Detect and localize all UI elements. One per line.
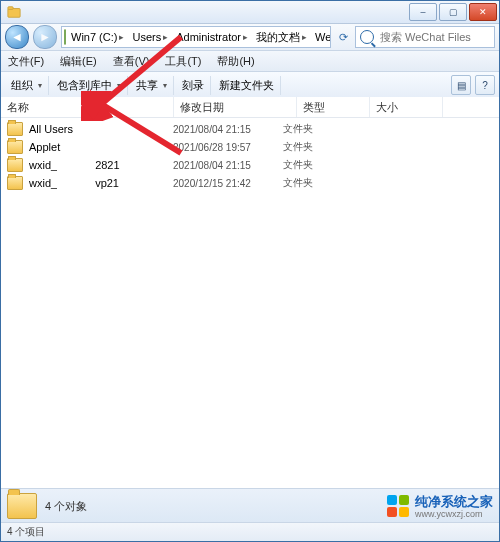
breadcrumb-segment[interactable]: 我的文档▸ bbox=[253, 30, 312, 45]
column-headers: 名称 修改日期 类型 大小 bbox=[1, 97, 499, 118]
status-text: 4 个项目 bbox=[7, 525, 45, 539]
folder-icon bbox=[7, 158, 23, 172]
details-summary: 4 个对象 bbox=[45, 499, 87, 514]
back-button[interactable]: ◄ bbox=[5, 25, 29, 49]
folder-icon bbox=[7, 140, 23, 154]
organize-button[interactable]: 组织▾ bbox=[5, 76, 49, 95]
share-button[interactable]: 共享▾ bbox=[130, 76, 174, 95]
file-type: 文件夹 bbox=[283, 140, 343, 154]
folder-icon bbox=[7, 493, 37, 519]
file-name: All Users bbox=[29, 123, 173, 135]
status-bar: 4 个项目 bbox=[1, 522, 499, 541]
breadcrumb[interactable]: Win7 (C:)▸ Users▸ Administrator▸ 我的文档▸ W… bbox=[61, 26, 331, 48]
col-name[interactable]: 名称 bbox=[1, 97, 174, 117]
drive-icon bbox=[64, 29, 66, 45]
file-name: wxid_vp21 bbox=[29, 177, 173, 189]
breadcrumb-segment[interactable]: Win7 (C:)▸ bbox=[68, 31, 129, 43]
explorer-window: – ▢ ✕ ◄ ► Win7 (C:)▸ Users▸ Administrato… bbox=[0, 0, 500, 542]
watermark-url: www.ycwxzj.com bbox=[415, 509, 493, 519]
search-icon bbox=[360, 30, 374, 44]
menu-view[interactable]: 查看(V) bbox=[110, 53, 153, 70]
menu-file[interactable]: 文件(F) bbox=[5, 53, 47, 70]
file-date: 2021/06/28 19:57 bbox=[173, 142, 283, 153]
burn-button[interactable]: 刻录 bbox=[176, 76, 211, 95]
title-bar: – ▢ ✕ bbox=[1, 1, 499, 24]
watermark-logo-icon bbox=[387, 495, 409, 517]
folder-icon bbox=[7, 122, 23, 136]
menu-tools[interactable]: 工具(T) bbox=[162, 53, 204, 70]
folder-icon bbox=[7, 176, 23, 190]
include-in-library-button[interactable]: 包含到库中▾ bbox=[51, 76, 128, 95]
col-date[interactable]: 修改日期 bbox=[174, 97, 297, 117]
file-type: 文件夹 bbox=[283, 122, 343, 136]
folder-row[interactable]: All Users2021/08/04 21:15文件夹 bbox=[1, 120, 499, 138]
file-date: 2021/08/04 21:15 bbox=[173, 160, 283, 171]
help-button[interactable]: ? bbox=[475, 75, 495, 95]
app-icon bbox=[7, 5, 21, 19]
file-type: 文件夹 bbox=[283, 176, 343, 190]
view-options-button[interactable]: ▤ bbox=[451, 75, 471, 95]
maximize-button[interactable]: ▢ bbox=[439, 3, 467, 21]
file-date: 2020/12/15 21:42 bbox=[173, 178, 283, 189]
col-type[interactable]: 类型 bbox=[297, 97, 370, 117]
svg-rect-1 bbox=[8, 7, 13, 10]
menu-edit[interactable]: 编辑(E) bbox=[57, 53, 100, 70]
minimize-button[interactable]: – bbox=[409, 3, 437, 21]
folder-row[interactable]: Applet2021/06/28 19:57文件夹 bbox=[1, 138, 499, 156]
close-button[interactable]: ✕ bbox=[469, 3, 497, 21]
menu-bar: 文件(F) 编辑(E) 查看(V) 工具(T) 帮助(H) bbox=[1, 51, 499, 72]
search-box[interactable] bbox=[355, 26, 495, 48]
breadcrumb-segment[interactable]: Users▸ bbox=[129, 31, 173, 43]
menu-help[interactable]: 帮助(H) bbox=[214, 53, 257, 70]
file-type: 文件夹 bbox=[283, 158, 343, 172]
file-name: wxid_2821 bbox=[29, 159, 173, 171]
toolbar: 组织▾ 包含到库中▾ 共享▾ 刻录 新建文件夹 ▤ ? bbox=[1, 72, 499, 99]
refresh-button[interactable]: ⟳ bbox=[335, 31, 351, 44]
file-list: 名称 修改日期 类型 大小 All Users2021/08/04 21:15文… bbox=[1, 97, 499, 505]
file-date: 2021/08/04 21:15 bbox=[173, 124, 283, 135]
new-folder-button[interactable]: 新建文件夹 bbox=[213, 76, 281, 95]
breadcrumb-segment[interactable]: WeChat Files▸ bbox=[312, 31, 331, 43]
folder-row[interactable]: wxid_vp212020/12/15 21:42文件夹 bbox=[1, 174, 499, 192]
file-name: Applet bbox=[29, 141, 173, 153]
col-size[interactable]: 大小 bbox=[370, 97, 443, 117]
search-input[interactable] bbox=[378, 30, 490, 44]
breadcrumb-segment[interactable]: Administrator▸ bbox=[173, 31, 253, 43]
forward-button[interactable]: ► bbox=[33, 25, 57, 49]
nav-row: ◄ ► Win7 (C:)▸ Users▸ Administrator▸ 我的文… bbox=[1, 24, 499, 51]
folder-row[interactable]: wxid_28212021/08/04 21:15文件夹 bbox=[1, 156, 499, 174]
watermark: 纯净系统之家 www.ycwxzj.com bbox=[387, 493, 493, 519]
